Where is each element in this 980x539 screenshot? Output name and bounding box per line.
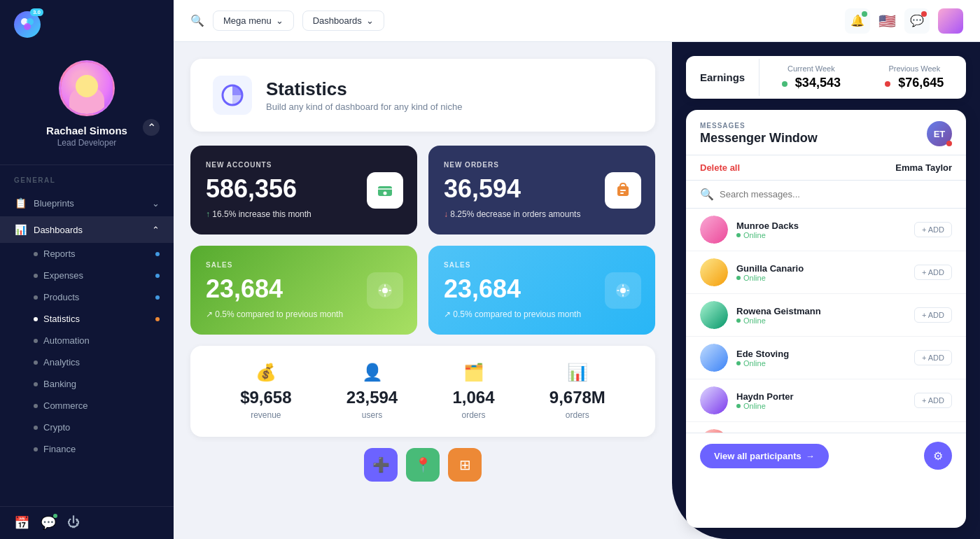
view-all-participants-button[interactable]: View all participants → (700, 444, 829, 468)
gunilla-name: Gunilla Canario (736, 263, 906, 274)
user-avatar[interactable] (938, 8, 963, 34)
sidebar-item-automation[interactable]: Automation (0, 330, 174, 351)
sidebar-label-analytics: Analytics (43, 357, 80, 368)
page-subtitle: Build any kind of dashboard for any kind… (266, 102, 462, 112)
sidebar-navigation: GENERAL 📋 Blueprints ⌄ 📊 Dashboards ⌃ Re… (0, 165, 174, 506)
sidebar-item-finance[interactable]: Finance (0, 438, 174, 460)
commerce-bullet (34, 404, 38, 408)
sidebar-item-expenses[interactable]: Expenses (0, 265, 174, 286)
sidebar-item-dashboards[interactable]: 📊 Dashboards ⌃ (0, 216, 174, 243)
messenger-title: Messenger Window (700, 131, 818, 146)
rowena-add-button[interactable]: + ADD (914, 307, 952, 323)
contact-item-haydn: Haydn Porter Online + ADD (686, 379, 966, 422)
table-button[interactable]: ⊞ (448, 448, 482, 482)
delete-all-button[interactable]: Delete all (700, 162, 740, 173)
sidebar-item-crypto[interactable]: Crypto (0, 416, 174, 438)
profile-chevron-button[interactable]: ⌃ (143, 119, 160, 136)
sales-blue-label: SALES (444, 261, 640, 269)
sidebar-profile: ⌃ Rachael Simons Lead Developer (0, 49, 174, 165)
search-icon[interactable]: 🔍 (190, 14, 204, 27)
contact-list: Munroe Dacks Online + ADD Gunilla Canari… (686, 209, 966, 433)
metric-revenue: 💰 $9,658 revenue (240, 363, 291, 420)
users-icon: 👤 (346, 363, 398, 382)
sidebar-item-products[interactable]: Products (0, 286, 174, 308)
add-button[interactable]: ➕ (364, 448, 398, 482)
messenger-avatar-dot (946, 141, 952, 146)
svg-rect-8 (620, 190, 626, 191)
sidebar-label-finance: Finance (43, 444, 76, 454)
sidebar-label-commerce: Commerce (43, 400, 88, 411)
svg-point-13 (620, 288, 626, 293)
stat-card-new-orders: NEW ORDERS 36,594 ↓ 8.25% decrease in or… (428, 146, 655, 234)
gunilla-add-button[interactable]: + ADD (914, 265, 952, 280)
sidebar-label-crypto: Crypto (43, 422, 70, 433)
haydn-add-button[interactable]: + ADD (914, 393, 952, 408)
sidebar-label-dashboards: Dashboards (34, 225, 83, 235)
dashboards-menu-button[interactable]: Dashboards ⌄ (302, 10, 384, 31)
sales-blue-icon (605, 272, 641, 309)
contact-item-ede: Ede Stoving Online + ADD (686, 337, 966, 379)
sidebar-item-banking[interactable]: Banking (0, 373, 174, 395)
chat-icon[interactable]: 💬 (41, 515, 56, 531)
notification-dot (862, 11, 867, 17)
sidebar-item-statistics[interactable]: Statistics (0, 308, 174, 330)
munroe-add-button[interactable]: + ADD (914, 222, 952, 237)
location-button[interactable]: 📍 (406, 448, 440, 482)
sidebar-label-expenses: Expenses (43, 270, 83, 281)
stat-card-sales-blue: SALES 23,684 ↗ 0.5% compared to previous… (428, 246, 655, 335)
messages-icon[interactable]: 💬 (904, 8, 930, 34)
contact-item-rueben: Rueben Hays Online + ADD (686, 422, 966, 433)
statistics-bullet (34, 317, 38, 321)
messenger-avatar[interactable]: ET (927, 121, 952, 146)
ede-add-button[interactable]: + ADD (914, 350, 952, 365)
revenue-value: $9,658 (240, 388, 291, 407)
orders2-icon: 📊 (550, 363, 606, 382)
sidebar-item-reports[interactable]: Reports (0, 243, 174, 265)
power-icon[interactable]: ⏻ (67, 515, 80, 531)
sidebar-item-commerce[interactable]: Commerce (0, 395, 174, 416)
statistics-header-card: Statistics Build any kind of dashboard f… (190, 59, 655, 132)
earnings-label: Earnings (686, 59, 760, 96)
munroe-avatar (700, 216, 728, 244)
sidebar-item-blueprints[interactable]: 📋 Blueprints ⌄ (0, 190, 174, 216)
mega-menu-button[interactable]: Mega menu ⌄ (213, 10, 294, 31)
dashboards-icon: 📊 (14, 223, 27, 236)
messenger-header: MESSAGES Messenger Window ET (686, 110, 966, 155)
sidebar-item-analytics[interactable]: Analytics (0, 351, 174, 373)
rowena-avatar (700, 301, 728, 329)
sales-green-icon (367, 272, 403, 309)
notifications-icon[interactable]: 🔔 (845, 8, 870, 34)
calendar-icon[interactable]: 📅 (14, 515, 29, 531)
previous-week-dot (885, 81, 890, 87)
sidebar-label-blueprints: Blueprints (34, 198, 74, 209)
language-flag[interactable]: 🇺🇸 (878, 13, 896, 29)
messenger-search-input[interactable] (720, 189, 952, 200)
sidebar-bottom-bar: 📅 💬 ⏻ (0, 506, 174, 539)
previous-week-value: $76,645 (877, 76, 952, 90)
messenger-header-text: MESSAGES Messenger Window (700, 122, 818, 146)
page-title: Statistics (266, 78, 462, 100)
analytics-bullet (34, 360, 38, 365)
rowena-status: Online (736, 316, 906, 325)
messenger-footer: View all participants → ⚙ (686, 433, 966, 478)
banking-bullet (34, 382, 38, 386)
sidebar-label-reports: Reports (43, 248, 76, 259)
munroe-name: Munroe Dacks (736, 220, 906, 231)
products-dot (155, 295, 160, 300)
emma-taylor-label: Emma Taylor (895, 162, 952, 173)
users-value: 23,594 (346, 388, 398, 407)
dashboards-arrow-icon: ⌃ (152, 225, 160, 235)
sales-green-label: SALES (206, 261, 402, 269)
new-orders-change: ↓ 8.25% decrease in orders amounts (444, 209, 640, 219)
users-label: users (346, 410, 398, 420)
statistics-dot (155, 317, 160, 321)
munroe-status: Online (736, 231, 906, 239)
ede-name: Ede Stoving (736, 349, 906, 359)
topbar-left: 🔍 Mega menu ⌄ Dashboards ⌄ (190, 10, 384, 31)
new-accounts-label: NEW ACCOUNTS (206, 161, 402, 169)
contact-item-munroe: Munroe Dacks Online + ADD (686, 209, 966, 251)
orders-icon: 🗂️ (452, 363, 494, 382)
topbar: 🔍 Mega menu ⌄ Dashboards ⌄ 🔔 🇺🇸 💬 (174, 0, 980, 42)
settings-button[interactable]: ⚙ (924, 442, 952, 470)
statistics-header-text: Statistics Build any kind of dashboard f… (266, 78, 462, 112)
